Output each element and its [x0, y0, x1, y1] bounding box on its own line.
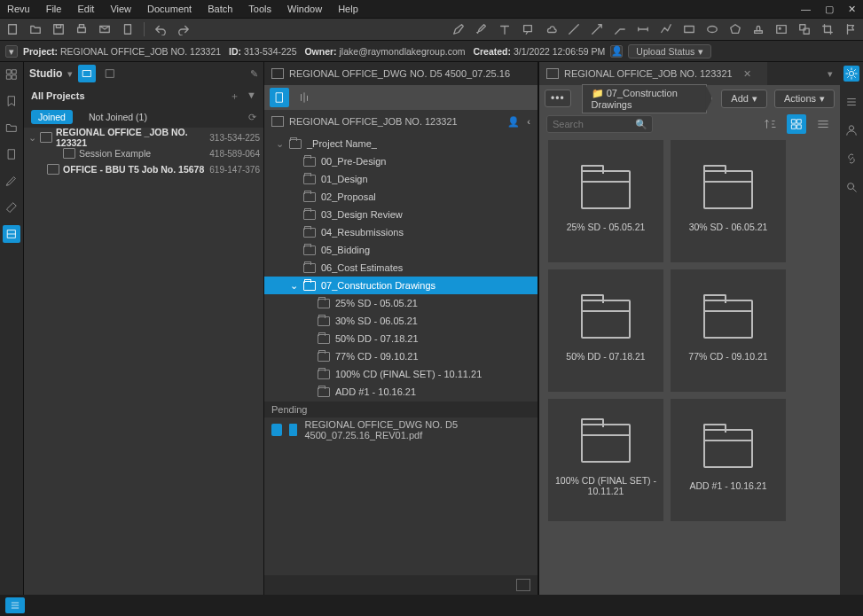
folder-row[interactable]: 00_Pre-Design	[264, 152, 537, 170]
folder-row[interactable]: 03_Design Review	[264, 206, 537, 223]
rrail-search-icon[interactable]	[843, 179, 859, 195]
menu-batch[interactable]: Batch	[208, 4, 232, 14]
tabs-menu-icon[interactable]: ▾	[820, 68, 840, 80]
dimension-icon[interactable]	[636, 22, 650, 36]
explorer-files-icon[interactable]	[270, 88, 289, 107]
rrail-link-icon[interactable]	[843, 151, 859, 167]
studio-chevron-down-icon[interactable]: ▾	[67, 68, 73, 80]
explorer-tab[interactable]: REGIONAL OFFICE_DWG NO. D5 4500_07.25.16	[264, 62, 537, 85]
menu-document[interactable]: Document	[147, 4, 192, 14]
callout-icon[interactable]	[613, 22, 627, 36]
highlight-icon[interactable]	[475, 22, 489, 36]
upload-status-button[interactable]: Upload Status ▾	[628, 44, 711, 58]
print-icon[interactable]	[75, 22, 89, 36]
folder-row[interactable]: 04_Resubmissions	[264, 223, 537, 241]
folder-row[interactable]: 05_Bidding	[264, 241, 537, 259]
sort-icon[interactable]	[760, 114, 780, 134]
folder-tile[interactable]: 77% CD - 09.10.21	[671, 269, 786, 392]
chevron-icon[interactable]: ⌄	[289, 280, 298, 292]
folder-tile[interactable]: 25% SD - 05.05.21	[548, 140, 663, 262]
rail-grid-icon[interactable]	[3, 66, 20, 83]
new-icon[interactable]	[5, 22, 20, 36]
studio-projects-tab[interactable]	[78, 65, 96, 82]
navigate-back-button[interactable]: •••	[545, 90, 571, 107]
rrail-gear-icon[interactable]	[843, 66, 859, 82]
rrail-user-icon[interactable]	[843, 122, 859, 138]
redo-icon[interactable]	[177, 22, 191, 36]
chevron-icon[interactable]: ⌄	[275, 138, 284, 150]
arrow-icon[interactable]	[590, 22, 604, 36]
flag-icon[interactable]	[843, 22, 858, 36]
studio-settings-icon[interactable]: ✎	[250, 68, 258, 80]
filter-joined[interactable]: Joined	[31, 110, 73, 124]
rect-icon[interactable]	[682, 22, 696, 36]
image-icon[interactable]	[774, 22, 788, 36]
folder-row[interactable]: 77% CD - 09.10.21	[264, 347, 537, 365]
filter-notjoined[interactable]: Not Joined (1)	[82, 110, 154, 124]
folder-row[interactable]: 01_Design	[264, 170, 537, 188]
cloud-icon[interactable]	[544, 22, 558, 36]
folder-row[interactable]: 25% SD - 05.05.21	[264, 294, 537, 312]
doc-icon[interactable]	[121, 22, 135, 36]
menu-window[interactable]: Window	[287, 4, 322, 14]
menu-edit[interactable]: Edit	[77, 4, 94, 14]
studio-sessions-tab[interactable]	[101, 65, 119, 82]
explorer-tree[interactable]: ⌄_Project Name_00_Pre-Design01_Design02_…	[264, 133, 537, 402]
note-icon[interactable]	[521, 22, 535, 36]
folder-row[interactable]: 30% SD - 06.05.21	[264, 312, 537, 330]
project-dropdown-icon[interactable]: ▾	[5, 45, 18, 58]
folder-tile[interactable]: 30% SD - 06.05.21	[671, 140, 786, 262]
save-icon[interactable]	[51, 22, 66, 36]
project-row[interactable]: OFFICE - BBU T5 Job No. 15678 619-147-37…	[24, 161, 263, 177]
crop-icon[interactable]	[820, 22, 835, 36]
folder-row[interactable]: 06_Cost Estimates	[264, 259, 537, 277]
content-grid[interactable]: 25% SD - 05.05.2130% SD - 06.05.2150% DD…	[539, 136, 840, 595]
group-icon[interactable]	[797, 22, 812, 36]
bottom-panel-icon[interactable]	[5, 597, 25, 613]
folder-tile[interactable]: 50% DD - 07.18.21	[548, 269, 663, 392]
folder-tile[interactable]: ADD #1 - 10.16.21	[671, 399, 786, 521]
users-icon[interactable]: 👤	[610, 45, 623, 58]
folder-row[interactable]: ADD #1 - 10.16.21	[264, 383, 537, 401]
list-view-icon[interactable]	[813, 114, 833, 134]
explorer-root-label[interactable]: REGIONAL OFFICE_JOB NO. 123321	[289, 116, 458, 127]
add-button[interactable]: Add▾	[721, 90, 767, 108]
rail-page-icon[interactable]	[3, 145, 20, 163]
path-user-icon[interactable]: 👤	[507, 116, 520, 128]
folder-tile[interactable]: 100% CD (FINAL SET) - 10.11.21	[548, 399, 663, 521]
explorer-settings-icon[interactable]	[294, 88, 314, 107]
pen-icon[interactable]	[451, 22, 466, 36]
menu-file[interactable]: File	[46, 4, 62, 14]
rail-studio-icon[interactable]	[3, 225, 20, 243]
menu-revu[interactable]: Revu	[7, 4, 30, 14]
polyline-icon[interactable]	[659, 22, 673, 36]
line-icon[interactable]	[567, 22, 581, 36]
open-icon[interactable]	[28, 22, 43, 36]
minimize-button[interactable]: —	[801, 4, 811, 15]
menu-tools[interactable]: Tools	[248, 4, 271, 14]
rail-bookmark-icon[interactable]	[3, 92, 20, 110]
folder-row[interactable]: 100% CD (FINAL SET) - 10.11.21	[264, 365, 537, 383]
maximize-button[interactable]: ▢	[825, 4, 834, 15]
refresh-icon[interactable]: ⟳	[248, 112, 256, 122]
rail-pen-icon[interactable]	[3, 172, 20, 190]
stamp-icon[interactable]	[751, 22, 765, 36]
menu-help[interactable]: Help	[338, 4, 358, 14]
undo-icon[interactable]	[153, 22, 168, 36]
folder-row[interactable]: ⌄_Project Name_	[264, 135, 537, 152]
rail-measure-icon[interactable]	[3, 199, 20, 216]
path-back-icon[interactable]: ‹	[527, 116, 530, 128]
filter-icon[interactable]: ▼	[247, 90, 256, 103]
chevron-down-icon[interactable]: ⌄	[27, 132, 36, 144]
project-row[interactable]: ⌄ REGIONAL OFFICE _JOB NO. 123321 313-53…	[24, 129, 263, 145]
folder-row[interactable]: ⌄07_Construction Drawings	[264, 277, 537, 294]
pending-file-row[interactable]: REGIONAL OFFICE_DWG NO. D5 4500_07.25.16…	[271, 421, 530, 439]
add-project-icon[interactable]: ＋	[230, 90, 239, 103]
actions-button[interactable]: Actions▾	[774, 90, 835, 108]
folder-row[interactable]: 02_Proposal	[264, 188, 537, 206]
content-tab[interactable]: REGIONAL OFFICE_JOB NO. 123321 ✕	[539, 62, 767, 85]
footer-panel-icon[interactable]	[516, 579, 530, 591]
close-button[interactable]: ✕	[848, 4, 856, 15]
mail-icon[interactable]	[98, 22, 112, 36]
text-icon[interactable]	[498, 22, 512, 36]
